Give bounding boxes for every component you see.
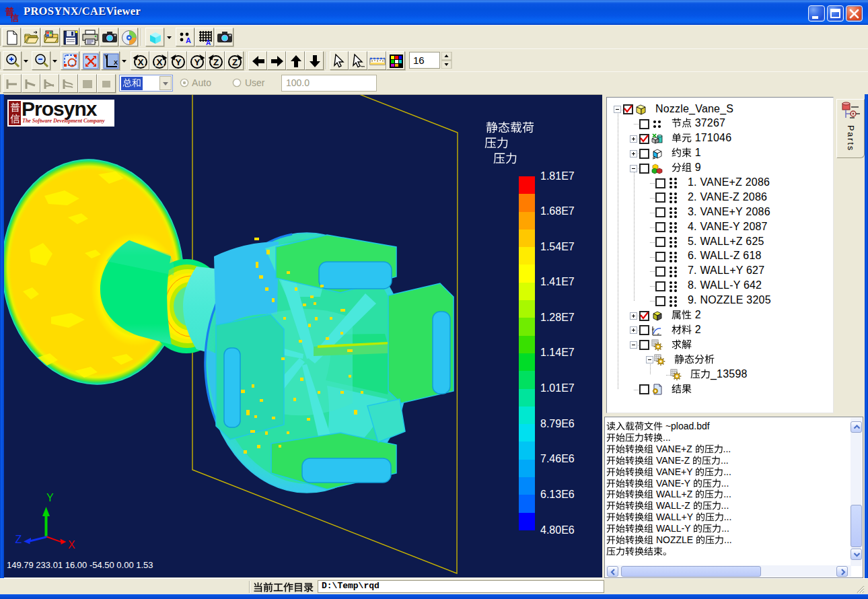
svg-text:A: A xyxy=(206,39,211,46)
svg-text:Z: Z xyxy=(232,57,238,67)
svg-text:σ: σ xyxy=(652,326,655,332)
svg-text:X: X xyxy=(156,57,162,67)
svg-text:Z: Z xyxy=(213,57,219,67)
svg-text:Y: Y xyxy=(175,57,181,67)
svg-text:X: X xyxy=(114,59,118,66)
svg-text:X: X xyxy=(137,57,143,67)
svg-text:Y: Y xyxy=(104,53,108,60)
svg-text:ε: ε xyxy=(657,331,659,337)
svg-text:X: X xyxy=(68,539,75,551)
svg-text:A: A xyxy=(186,36,191,44)
svg-text:Y: Y xyxy=(194,57,200,67)
svg-text:Z: Z xyxy=(15,534,22,545)
svg-text:Y: Y xyxy=(46,492,54,503)
